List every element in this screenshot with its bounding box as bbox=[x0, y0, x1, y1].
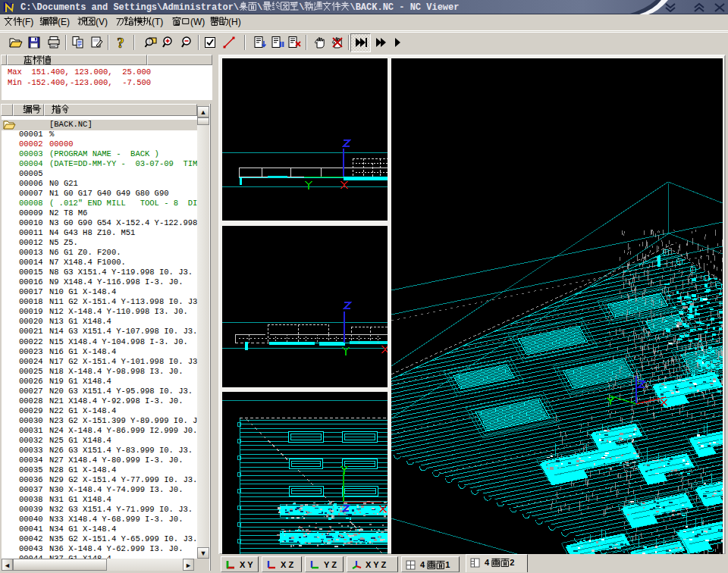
svg-text:?: ? bbox=[117, 35, 124, 50]
